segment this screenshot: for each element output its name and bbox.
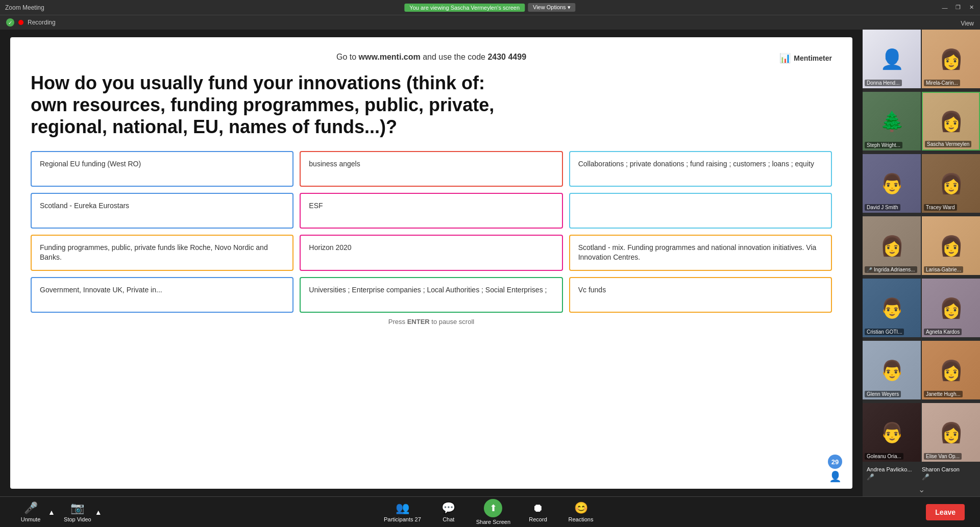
bottom-toolbar: 🎤 Unmute ▲ 📷 Stop Video ▲ 👥 Participants… <box>0 496 980 527</box>
response-card: Scotland - mix. Funding programmes and n… <box>569 235 832 271</box>
participant-tile[interactable]: 👩Sascha Vermeylen <box>922 92 980 150</box>
view-button[interactable]: View <box>961 20 974 27</box>
participant-name: Agneta Kardos <box>924 329 962 335</box>
participant-tile[interactable]: 👩Janette Hugh... <box>922 341 980 399</box>
bottom-participant-name: Andrea Pavlicko... <box>867 466 912 472</box>
response-card: Horizon 2020 <box>300 235 562 271</box>
participant-counter: 29 <box>828 455 842 469</box>
reactions-button[interactable]: 😊 Reactions <box>566 501 596 522</box>
participant-tile[interactable]: 👩Agneta Kardos <box>922 279 980 337</box>
participant-name: Sascha Vermeylen <box>925 141 971 147</box>
participant-name: 🎤Ingrida Adriaens... <box>865 266 917 273</box>
participants-button[interactable]: 👥 Participants 27 <box>384 501 421 522</box>
participant-name: Goleanu Oria... <box>865 453 903 460</box>
response-card <box>569 193 832 229</box>
participant-tile[interactable]: 👨Glenn Weyers <box>863 341 921 399</box>
menti-url-highlight: www.menti.com <box>359 53 421 61</box>
participant-tile[interactable]: 👤Donna Hend... <box>863 30 921 88</box>
minimize-button[interactable]: — <box>941 4 948 11</box>
app-title: Zoom Meeting <box>5 4 44 11</box>
title-bar-right: — ❐ ✕ <box>941 4 975 11</box>
participants-grid: 👤Donna Hend...👩Mirela-Carin...🌲Steph Wri… <box>863 30 980 464</box>
mic-muted-icon: 🎤 <box>922 473 929 481</box>
chevron-down-area: ⌄ <box>863 483 980 496</box>
record-button[interactable]: ⏺ Record <box>523 501 553 522</box>
share-screen-label: Share Screen <box>476 519 510 525</box>
participant-tile[interactable]: 👩Larisa-Gabrie... <box>922 216 980 275</box>
share-screen-button[interactable]: ⬆ Share Screen <box>476 499 510 525</box>
chevron-down-button[interactable]: ⌄ <box>918 485 925 494</box>
unmute-label: Unmute <box>21 516 41 522</box>
person-icon: 👤 <box>829 470 842 483</box>
video-arrow[interactable]: ▲ <box>95 508 102 516</box>
unmute-icon: 🎤 <box>24 501 38 515</box>
participant-tile[interactable]: 👩Tracey Ward <box>922 154 980 213</box>
response-card: Collaborations ; private donations ; fun… <box>569 151 832 187</box>
view-options-button[interactable]: View Options ▾ <box>528 3 576 12</box>
bottom-name-item: Andrea Pavlicko...🎤 <box>867 466 921 481</box>
participant-name: Elise Van Op... <box>924 453 962 460</box>
response-card: Government, Innovate UK, Private in... <box>31 277 293 313</box>
share-screen-icon: ⬆ <box>484 499 502 517</box>
title-bar-center: You are viewing Sascha Vermeylen's scree… <box>404 3 575 12</box>
reactions-icon: 😊 <box>574 501 588 515</box>
chat-label: Chat <box>443 516 454 522</box>
participant-tile[interactable]: 👨Cristian GOTI... <box>863 279 921 337</box>
participant-tile[interactable]: 👩🎤Ingrida Adriaens... <box>863 216 921 275</box>
unmute-arrow[interactable]: ▲ <box>48 508 55 516</box>
toolbar-center: 👥 Participants 27 💬 Chat ⬆ Share Screen … <box>384 499 596 525</box>
scroll-hint: Press ENTER to pause scroll <box>31 318 832 325</box>
participants-sidebar: 👤Donna Hend...👩Mirela-Carin...🌲Steph Wri… <box>863 30 980 496</box>
close-button[interactable]: ✕ <box>968 4 975 11</box>
participant-tile[interactable]: 👩Mirela-Carin... <box>922 30 980 88</box>
menti-url: Go to www.menti.com and use the code 243… <box>31 53 832 62</box>
record-icon: ⏺ <box>532 501 544 515</box>
participants-icon: 👥 <box>396 501 409 515</box>
reactions-label: Reactions <box>569 516 594 522</box>
menti-code: 2430 4499 <box>487 53 526 61</box>
chat-button[interactable]: 💬 Chat <box>433 501 464 522</box>
menti-logo-icon: 📊 <box>779 53 791 64</box>
stop-video-label: Stop Video <box>64 516 91 522</box>
response-card: Vc funds <box>569 277 832 313</box>
participant-tile[interactable]: 👩Elise Van Op... <box>922 403 980 462</box>
stop-video-icon: 📷 <box>70 501 84 515</box>
response-card: Scotland - Eureka Eurostars <box>31 193 293 229</box>
bottom-names-row: Andrea Pavlicko...🎤Sharon Carson🎤 <box>863 464 980 483</box>
participant-name: Glenn Weyers <box>865 391 901 397</box>
recording-label: Recording <box>28 19 56 26</box>
recording-bar: ✓ Recording View <box>0 15 980 30</box>
menti-question: How do you usually fund your innovations… <box>31 72 516 138</box>
bottom-participant-name: Sharon Carson <box>922 466 960 472</box>
participant-name: Donna Hend... <box>865 80 902 86</box>
menti-logo-text: Mentimeter <box>794 54 832 62</box>
menti-logo: 📊 Mentimeter <box>779 53 832 64</box>
participant-tile[interactable]: 👨David J Smith <box>863 154 921 213</box>
shield-icon: ✓ <box>6 18 14 27</box>
main-area: 📊 Mentimeter Go to www.menti.com and use… <box>0 30 980 496</box>
toolbar-left: 🎤 Unmute ▲ 📷 Stop Video ▲ <box>15 501 102 522</box>
participant-name: Janette Hugh... <box>924 391 963 397</box>
participants-label: Participants 27 <box>384 516 421 522</box>
menti-slide: 📊 Mentimeter Go to www.menti.com and use… <box>10 37 852 489</box>
bottom-name-item: Sharon Carson🎤 <box>922 466 976 481</box>
participant-tile[interactable]: 🌲Steph Wright... <box>863 92 921 150</box>
cards-area: Regional EU funding (West RO)business an… <box>31 151 832 313</box>
mic-muted-icon: 🎤 <box>867 473 874 481</box>
participant-name: Cristian GOTI... <box>865 329 904 335</box>
participant-tile[interactable]: 👨Goleanu Oria... <box>863 403 921 462</box>
leave-button[interactable]: Leave <box>926 504 965 520</box>
stop-video-button[interactable]: 📷 Stop Video <box>62 501 93 522</box>
participant-name: Steph Wright... <box>865 142 902 148</box>
maximize-button[interactable]: ❐ <box>954 4 962 11</box>
participant-name: Larisa-Gabrie... <box>924 266 963 273</box>
response-card: Regional EU funding (West RO) <box>31 151 293 187</box>
toolbar-right: Leave <box>926 504 965 520</box>
record-label: Record <box>529 516 547 522</box>
response-card: Funding programmes, public, private fund… <box>31 235 293 271</box>
title-bar: Zoom Meeting You are viewing Sascha Verm… <box>0 0 980 15</box>
response-card: Universities ; Enterprise companies ; Lo… <box>300 277 562 313</box>
unmute-button[interactable]: 🎤 Unmute <box>15 501 46 522</box>
recording-dot <box>18 20 23 25</box>
title-bar-left: Zoom Meeting <box>5 4 44 11</box>
